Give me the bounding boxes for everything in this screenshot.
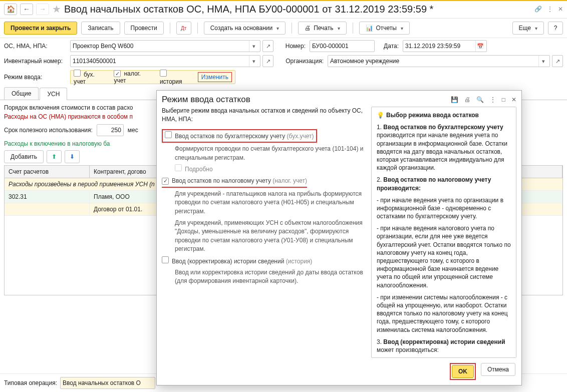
printer-icon: 🖨 (305, 25, 311, 32)
life-input[interactable]: 250 (97, 124, 124, 136)
print-icon[interactable]: 🖨 (464, 96, 470, 103)
opt-hist[interactable]: Ввод (корректировка) истории сведений (и… (162, 258, 312, 265)
opt-nal-desc1: Для учреждений - плательщиков налога на … (175, 190, 364, 216)
mode-strip: бух. учет налог. учет история Изменить (70, 70, 235, 84)
save-button[interactable]: Записать (81, 22, 120, 35)
dtkt-button[interactable]: Дт (176, 22, 191, 35)
open-org-button[interactable]: ↗ (552, 55, 563, 67)
label-date: Дата: (379, 43, 399, 50)
post-button[interactable]: Провести (124, 22, 164, 35)
calendar-icon[interactable]: 📅 (475, 41, 484, 52)
tab-general[interactable]: Общие (4, 87, 39, 100)
ck-hist[interactable]: история (160, 70, 191, 85)
form-area: ОС, НМА, НПА: Проектор BenQ W600▾ ↗ Номе… (0, 38, 567, 84)
more-button[interactable]: Еще▾ (512, 22, 544, 35)
dialog-left: Выберите режим ввода начальных остатков … (162, 107, 366, 358)
change-link[interactable]: Изменить (198, 72, 232, 82)
create-based-button[interactable]: Создать на основании▾ (204, 22, 286, 35)
kebab-icon[interactable]: ⋮ (547, 6, 553, 13)
ok-button[interactable]: OK (452, 365, 474, 378)
help-button[interactable]: ? (548, 22, 563, 35)
ok-highlight: OK (450, 363, 476, 380)
mode-dialog: Режим ввода остатков 💾 🖨 🔍 ⋮ □ ✕ Выберит… (156, 90, 522, 385)
opt-nal-desc2: Для учреждений, применяющих УСН с объект… (175, 219, 364, 254)
tab-usn[interactable]: УСН (40, 88, 67, 100)
typical-op-input[interactable]: Ввод начальных остатков О (60, 377, 155, 389)
details-link[interactable]: Подробно (185, 166, 213, 173)
separator (170, 23, 170, 34)
chart-icon: 📊 (366, 25, 373, 32)
chevron-down-icon[interactable]: ▾ (249, 56, 258, 67)
life-suffix: мес (128, 127, 138, 134)
close-icon[interactable]: ✕ (511, 96, 516, 103)
opt-hist-desc: Ввод или корректировка истории сведений … (175, 268, 364, 286)
label-org: Организация: (277, 58, 324, 65)
print-button[interactable]: 🖨Печать▾ (298, 22, 346, 35)
label-inv: Инвентарный номер: (4, 58, 66, 65)
search-icon[interactable]: 🔍 (476, 96, 484, 103)
ck-buh[interactable]: бух. учет (74, 70, 107, 85)
chevron-down-icon[interactable]: ▾ (249, 41, 258, 52)
kebab-icon[interactable]: ⋮ (490, 96, 496, 103)
back-button[interactable]: ← (20, 4, 33, 15)
move-down-button[interactable]: ⬇ (65, 150, 80, 163)
label-mode: Режим ввода: (4, 74, 66, 81)
dialog-title: Режим ввода остатков (162, 95, 250, 105)
maximize-icon[interactable]: □ (502, 96, 505, 103)
open-object-button[interactable]: ↗ (262, 40, 273, 52)
label-life: Срок полезного использования: (4, 127, 93, 134)
object-input[interactable]: Проектор BenQ W600▾ (70, 40, 260, 52)
save-icon[interactable]: 💾 (451, 96, 458, 103)
chevron-down-icon[interactable]: ▾ (538, 56, 547, 67)
opt-buh[interactable]: Ввод остатков по бухгалтерскому учету (б… (162, 129, 317, 143)
dialog-intro: Выберите режим ввода начальных остатков … (162, 107, 364, 124)
add-button[interactable]: Добавить (4, 150, 44, 163)
link-icon[interactable]: 🔗 (534, 6, 542, 13)
reports-button[interactable]: 📊Отчеты▾ (359, 22, 410, 35)
close-window-icon[interactable]: ✕ (558, 6, 563, 13)
bulb-icon: 💡 (377, 112, 384, 119)
ck-nal[interactable]: налог. учет (114, 70, 152, 85)
opt-buh-desc: Формируются проводки по счетам бухгалтер… (175, 145, 364, 162)
main-toolbar: Провести и закрыть Записать Провести Дт … (0, 19, 567, 38)
date-input[interactable]: 31.12.2019 23:59:59📅 (403, 40, 487, 52)
move-up-button[interactable]: ⬆ (47, 150, 62, 163)
separator (353, 23, 353, 34)
inv-input[interactable]: 1101340500001▾ (70, 55, 260, 67)
open-inv-button[interactable]: ↗ (262, 55, 273, 67)
separator (197, 23, 198, 34)
window-title: Ввод начальных остатков ОС, НМА, НПА БУ0… (64, 4, 531, 15)
forward-button[interactable]: → (36, 4, 49, 15)
th-account: Счет расчетов (5, 166, 90, 178)
home-button[interactable]: 🏠 (4, 4, 17, 15)
number-input[interactable]: БУ00-000001 (310, 40, 375, 52)
org-input[interactable]: Автономное учреждение▾ (328, 55, 550, 67)
post-close-button[interactable]: Провести и закрыть (4, 22, 77, 35)
cancel-button[interactable]: Отмена (481, 363, 515, 376)
dialog-help: 💡Выбор режима ввода остатков 1. Ввод ост… (371, 107, 516, 358)
opt-nal[interactable]: Ввод остатков по налоговому учету (налог… (162, 177, 307, 187)
star-icon[interactable]: ★ (52, 3, 61, 15)
titlebar: 🏠 ← → ★ Ввод начальных остатков ОС, НМА,… (0, 1, 567, 19)
label-object: ОС, НМА, НПА: (4, 43, 66, 50)
label-number: Номер: (277, 43, 306, 50)
separator (292, 23, 292, 34)
label-typical: Типовая операция: (4, 379, 57, 386)
